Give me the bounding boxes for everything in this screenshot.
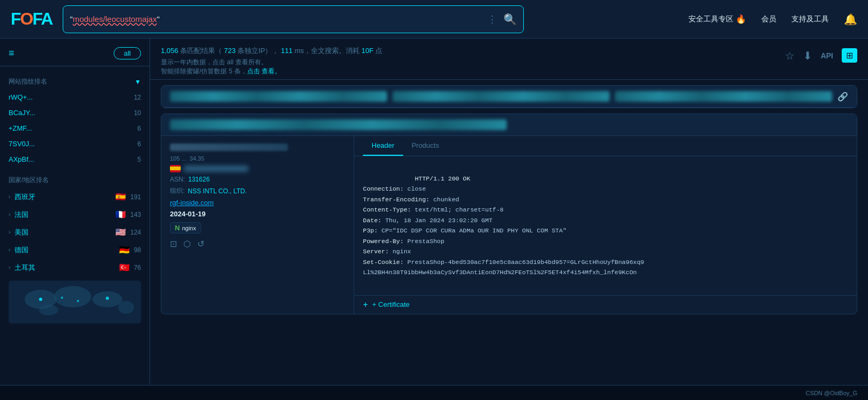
tabs: Header Products <box>354 136 857 156</box>
search-button-icon[interactable]: 🔍 <box>503 13 517 26</box>
nav-security-tools[interactable]: 安全工具专区 🔥 <box>688 14 746 24</box>
svg-point-8 <box>77 300 79 302</box>
server-tag[interactable]: N nginx <box>170 222 201 233</box>
nginx-icon: N <box>175 224 180 232</box>
results-list: 🔗 105 ... 34.35 <box>150 80 868 385</box>
fingerprint-item-2[interactable]: +ZMF... 6 <box>0 120 150 136</box>
country-item-4[interactable]: › 土耳其 🇹🇷 76 <box>0 259 150 276</box>
flame-icon: 🔥 <box>736 14 746 24</box>
star-button[interactable]: ☆ <box>785 49 795 62</box>
blurred-url-2 <box>392 91 610 102</box>
sidebar-top: ≡ all <box>0 47 150 66</box>
nav-right: 安全工具专区 🔥 会员 支持及工具 🔔 <box>688 13 857 26</box>
api-button[interactable]: API <box>821 51 833 60</box>
date-row: 2024-01-19 <box>170 210 345 218</box>
fingerprint-item-3[interactable]: 7SV0J... 6 <box>0 136 150 152</box>
blurred-url-3 <box>615 91 832 102</box>
blurred-domain <box>184 165 248 172</box>
attribution-text: CSDN @OidBoy_G <box>806 390 857 396</box>
results-summary-line1: 1,056 条匹配结果（ 723 条独立IP）， 111 ms，全文搜索。消耗 … <box>161 46 382 56</box>
screenshot-icon[interactable]: ⊡ <box>170 239 177 249</box>
search-highlight: modules/leocustomajax <box>73 14 157 24</box>
cost-points: 10F <box>361 47 373 55</box>
website-row: rgf-inside.com <box>170 199 345 207</box>
search-query-text: "modules/leocustomajax" <box>70 14 159 24</box>
sidebar: ≡ all 网站指纹排名 ▼ rWQ+... 12 BCaJY... 10 +Z… <box>0 39 150 385</box>
fingerprint-item-1[interactable]: BCaJY... 10 <box>0 105 150 120</box>
country-item-2[interactable]: › 美国 🇺🇸 124 <box>0 223 150 241</box>
fingerprint-item-0[interactable]: rWQ+... 12 <box>0 89 150 105</box>
blurred-url-1 <box>170 91 387 102</box>
tab-header[interactable]: Header <box>363 136 403 156</box>
tag-row: N nginx <box>170 222 345 233</box>
website-link[interactable]: rgf-inside.com <box>170 199 214 207</box>
svg-point-9 <box>106 297 109 300</box>
result-right-panel: Header Products HTTP/1.1 200 OK Connecti… <box>354 136 857 314</box>
chevron-icon: › <box>9 247 10 253</box>
results-header: 1,056 条匹配结果（ 723 条独立IP）， 111 ms，全文搜索。消耗 … <box>150 39 868 80</box>
refresh-icon[interactable]: ↺ <box>197 239 204 249</box>
results-sub-line3: 智能排除蜜罐/仿冒数据 5 条，点击 查看。 <box>161 67 382 76</box>
svg-point-4 <box>118 301 134 314</box>
cube-icon[interactable]: ⬡ <box>183 239 191 249</box>
chevron-icon: › <box>9 212 10 217</box>
certificate-row[interactable]: + + Certificate <box>354 295 857 314</box>
time-ms: 111 <box>281 47 293 55</box>
country-item-1[interactable]: › 法国 🇫🇷 143 <box>0 206 150 223</box>
asn-value[interactable]: 131626 <box>188 176 210 183</box>
chevron-icon: › <box>9 229 10 235</box>
country-section-title: 国家/地区排名 <box>0 171 150 188</box>
ip-location-row: 105 ... 34.35 <box>170 155 345 162</box>
svg-point-5 <box>39 305 58 315</box>
blurred-url-main <box>170 119 507 130</box>
result-card-2: 105 ... 34.35 ASN: 131626 组织: <box>161 114 857 314</box>
result-left-panel: 105 ... 34.35 ASN: 131626 组织: <box>161 136 354 314</box>
link-icon[interactable]: 🔗 <box>837 92 848 102</box>
org-row: 组织: NSS INTL CO., LTD. <box>170 186 345 195</box>
country-item-3[interactable]: › 德国 🇩🇪 98 <box>0 241 150 259</box>
search-bar[interactable]: "modules/leocustomajax" ⋮ 🔍 <box>63 5 524 33</box>
result-card-header-1: 🔗 <box>161 86 857 108</box>
result-card-1: 🔗 <box>161 85 857 108</box>
plus-icon: + <box>363 300 368 310</box>
blurred-info-1 <box>170 144 288 151</box>
results-sub-line2: 显示一年内数据，点击 all 查看所有。 <box>161 58 382 67</box>
navbar: FOFA "modules/leocustomajax" ⋮ 🔍 安全工具专区 … <box>0 0 868 39</box>
download-button[interactable]: ⬇ <box>803 49 812 62</box>
fingerprint-section-title: 网站指纹排名 ▼ <box>0 73 150 89</box>
fingerprint-item-4[interactable]: AXpBf... 5 <box>0 152 150 167</box>
fingerprint-filter-icon[interactable]: ▼ <box>135 78 141 86</box>
all-filter-button[interactable]: all <box>114 47 141 59</box>
content-area: 1,056 条匹配结果（ 723 条独立IP）， 111 ms，全文搜索。消耗 … <box>150 39 868 385</box>
spain-flag-icon <box>170 165 181 172</box>
more-options-icon[interactable]: ⋮ <box>487 13 497 25</box>
org-value[interactable]: NSS INTL CO., LTD. <box>188 187 247 195</box>
chevron-icon: › <box>9 194 10 200</box>
nav-membership[interactable]: 会员 <box>761 14 776 24</box>
main-layout: ≡ all 网站指纹排名 ▼ rWQ+... 12 BCaJY... 10 +Z… <box>0 39 868 385</box>
filter-icon[interactable]: ≡ <box>9 48 14 59</box>
unique-ips: 723 <box>224 47 236 55</box>
click-see-link[interactable]: 点击 查看。 <box>247 67 281 75</box>
card-action-icons: ⊡ ⬡ ↺ <box>170 239 345 249</box>
http-response-content: HTTP/1.1 200 OK Connection: close Transf… <box>354 156 857 295</box>
chevron-icon: › <box>9 265 10 270</box>
date-value: 2024-01-19 <box>170 210 206 218</box>
country-item-0[interactable]: › 西班牙 🇪🇸 191 <box>0 188 150 206</box>
tab-products[interactable]: Products <box>403 136 448 156</box>
svg-point-7 <box>61 297 63 299</box>
total-matches: 1,056 <box>161 47 179 55</box>
search-icons: ⋮ 🔍 <box>487 13 517 26</box>
map-preview <box>9 281 141 323</box>
svg-point-2 <box>54 286 92 307</box>
result-card-header-2 <box>161 114 857 136</box>
footer-bar: CSDN @OidBoy_G <box>0 385 868 400</box>
grid-view-button[interactable]: ⊞ <box>842 48 857 63</box>
flag-row <box>170 165 345 172</box>
notification-bell-icon[interactable]: 🔔 <box>844 13 857 26</box>
nav-tools-support[interactable]: 支持及工具 <box>791 14 829 24</box>
result-card-body: 105 ... 34.35 ASN: 131626 组织: <box>161 136 857 314</box>
svg-point-6 <box>39 298 42 301</box>
all-link[interactable]: all <box>227 58 233 66</box>
asn-row: ASN: 131626 <box>170 176 345 183</box>
